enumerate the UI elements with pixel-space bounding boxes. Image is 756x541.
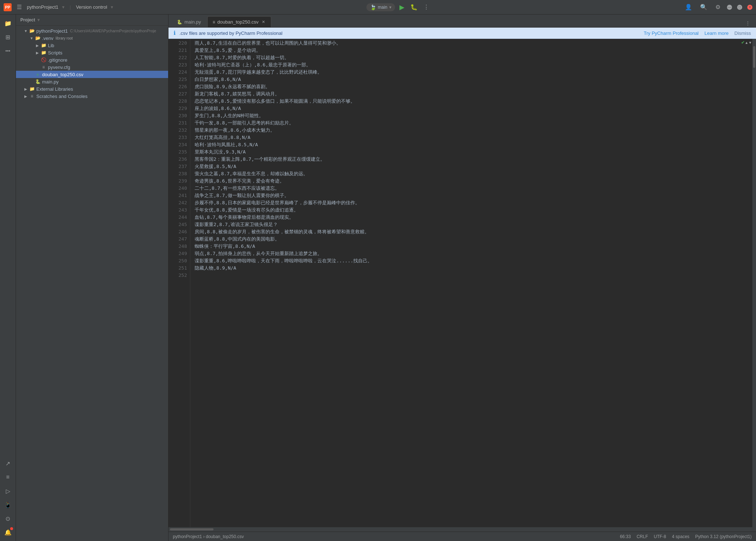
hamburger-menu[interactable]: ☰ [15, 2, 23, 12]
line-number-235: 235 [168, 148, 187, 156]
debug-button[interactable]: 🐛 [409, 2, 419, 12]
line-number-247: 247 [168, 235, 187, 243]
line-number-228: 228 [168, 98, 187, 105]
minimize-button[interactable]: — [727, 5, 732, 10]
tree-arrow-venv: ▼ [29, 36, 34, 41]
run-tool-button[interactable]: ▷ [2, 485, 14, 497]
tree-item-venv[interactable]: ▼ 📂 .venv library root [16, 34, 168, 42]
code-line-240: 二十二,8.7,有一些东西不应该被遗忘。 [195, 185, 744, 192]
horizontal-scrollbar[interactable] [168, 527, 756, 532]
line-number-224: 224 [168, 69, 187, 76]
project-tool-button[interactable]: 📁 [2, 17, 14, 29]
tab-csv[interactable]: ≡ douban_top250.csv ✕ [207, 16, 272, 27]
arrow-up-icon[interactable]: ▲ [745, 41, 748, 45]
gutter-line-250 [744, 257, 752, 264]
tree-item-root[interactable]: ▼ 📂 pythonProject1 C:\Users\HUAWEI\Pycha… [16, 27, 168, 34]
gutter-line-237 [744, 162, 752, 169]
code-line-239: 奇迹男孩,8.6,世界不完美，爱会有奇迹。 [195, 177, 744, 185]
tree-arrow-lib: ▶ [35, 43, 40, 48]
gutter-line-249 [744, 249, 752, 257]
code-line-234: 哈利·波特与凤凰社,8.5,N/A [195, 141, 744, 148]
code-line-221: 真爱至上,8.5,爱，是个动词。 [195, 47, 744, 54]
code-line-237: 火星救援,8.5,N/A [195, 163, 744, 170]
version-control-label[interactable]: Version control [76, 4, 107, 10]
line-number-244: 244 [168, 214, 187, 221]
learn-more-link[interactable]: Learn more [704, 30, 728, 36]
code-line-238: 萤火虫之墓,8.7,幸福是生生不息，却难以触及的远。 [195, 170, 744, 177]
code-line-251: 隐藏人物,8.9,N/A [195, 265, 744, 272]
tree-label-csv: douban_top250.csv [42, 72, 83, 77]
device-tool-button[interactable]: 📱 [2, 499, 14, 511]
dismiss-button[interactable]: Dismiss [735, 30, 751, 36]
line-number-252: 252 [168, 272, 187, 279]
git-tool-button[interactable]: ↗ [2, 458, 14, 469]
settings-icon[interactable]: ⚙ [714, 2, 722, 12]
tree-item-scratches[interactable]: ▶ ≡ Scratches and Consoles [16, 93, 168, 100]
line-number-225: 225 [168, 76, 187, 83]
tab-menu-button[interactable]: ⋮ [743, 19, 753, 27]
more-actions[interactable]: ⋮ [422, 2, 431, 12]
status-python[interactable]: Python 3.12 (pythonProject1) [695, 534, 752, 539]
tab-label-csv: douban_top250.csv [218, 19, 259, 25]
csv-file-icon: ≡ [35, 71, 41, 77]
project-name[interactable]: pythonProject1 [27, 4, 58, 10]
status-position[interactable]: 66:33 [620, 534, 631, 539]
tree-item-mainpy[interactable]: ▶ 🐍 main.py [16, 78, 168, 85]
gutter-line-228 [744, 97, 752, 104]
user-icon[interactable]: 👤 [683, 2, 694, 12]
code-line-252 [195, 272, 744, 279]
gutter-line-241 [744, 191, 752, 198]
branch-selector[interactable]: 🍃 main ▾ [366, 3, 395, 11]
tab-close-csv[interactable]: ✕ [261, 20, 266, 25]
tree-item-lib[interactable]: ▶ 📁 Lib [16, 42, 168, 49]
status-encoding[interactable]: UTF-8 [654, 534, 666, 539]
status-indent[interactable]: 4 spaces [672, 534, 690, 539]
venv-badge: library root [56, 36, 73, 40]
line-number-236: 236 [168, 156, 187, 163]
layers-tool-button[interactable]: ≡ [2, 471, 14, 483]
line-number-229: 229 [168, 105, 187, 112]
vertical-scrollbar[interactable] [752, 39, 756, 527]
code-line-248: 蜘蛛侠：平行宇宙,8.6,N/A [195, 243, 744, 250]
gutter-icons: ✔▲▼1 [744, 39, 752, 527]
gutter-line-245 [744, 220, 752, 228]
search-icon[interactable]: 🔍 [699, 2, 709, 12]
close-button[interactable]: ✕ [747, 5, 752, 10]
line-number-243: 243 [168, 206, 187, 214]
status-project[interactable]: pythonProject1 › douban_top250.csv [173, 534, 244, 539]
left-icon-bar: 📁 ⊞ ••• ↗ ≡ ▷ 📱 ⊙ 🔔 [0, 15, 16, 541]
tree-label-lib: Lib [48, 43, 54, 48]
info-actions: Try PyCharm Professional Learn more Dism… [644, 30, 751, 36]
check-mark-icon: ✔ [741, 40, 745, 45]
maximize-button[interactable]: □ [737, 5, 742, 10]
notifications-button[interactable]: 🔔 [2, 526, 14, 538]
h-scrollbar-thumb[interactable] [170, 528, 214, 530]
arrow-down-icon[interactable]: ▼ [748, 41, 752, 45]
gutter-line-225 [744, 75, 752, 82]
tree-item-scripts[interactable]: ▶ 📁 Scripts [16, 49, 168, 56]
structure-tool-button[interactable]: ⊞ [2, 31, 14, 43]
run-button[interactable]: ▶ [398, 2, 406, 13]
status-bar: pythonProject1 › douban_top250.csv 66:33… [168, 532, 756, 541]
code-editor[interactable]: 雨人,8.7,生活在自己的世界里，也可以让周围的人显得可笑和渺小。真爱至上,8.… [190, 39, 744, 527]
status-line-ending[interactable]: CRLF [637, 534, 648, 539]
tree-arrow-extlibs: ▶ [23, 86, 28, 91]
tree-arrow-scripts: ▶ [35, 50, 40, 55]
tab-icon-mainpy: 🐍 [177, 20, 182, 25]
try-pycharm-link[interactable]: Try PyCharm Professional [644, 30, 699, 36]
tree-item-pyvenv[interactable]: ▶ ≡ pyvenv.cfg [16, 63, 168, 71]
tree-item-extlibs[interactable]: ▶ 📁 External Libraries [16, 85, 168, 93]
scrollbar-thumb[interactable] [753, 46, 755, 68]
info-message: .csv files are supported by PyCharm Prof… [179, 30, 640, 36]
gutter-line-238 [744, 169, 752, 177]
line-number-230: 230 [168, 112, 187, 119]
clock-tool-button[interactable]: ⊙ [2, 513, 14, 524]
info-icon: ℹ [174, 30, 176, 36]
tree-item-csv[interactable]: ▶ ≡ douban_top250.csv [16, 71, 168, 78]
code-line-230: 罗生门,8.8,人生的N种可能性。 [195, 112, 744, 119]
more-tool-button[interactable]: ••• [2, 45, 14, 57]
tree-item-gitignore[interactable]: ▶ 🚫 .gitignore [16, 56, 168, 63]
tab-mainpy[interactable]: 🐍 main.py [171, 16, 207, 27]
gutter-line-246 [744, 228, 752, 235]
pyvenv-icon: ≡ [41, 64, 46, 70]
